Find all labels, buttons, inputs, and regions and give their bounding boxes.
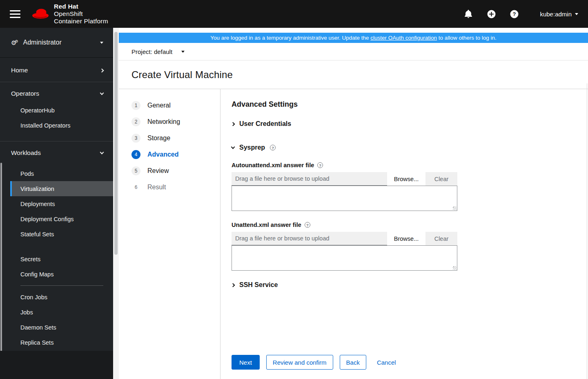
svg-text:?: ? <box>512 11 516 17</box>
sysprep-expandable[interactable]: Sysprep ? <box>232 144 588 151</box>
wizard-step-result: 6 Result <box>131 179 220 195</box>
login-info-banner: You are logged in as a temporary adminis… <box>119 33 588 43</box>
sidebar-item-jobs[interactable]: Jobs <box>0 305 113 320</box>
chevron-right-icon <box>100 68 104 72</box>
sidebar-item-virtualization[interactable]: Virtualization <box>10 181 113 196</box>
wizard-step-advanced[interactable]: 4 Advanced <box>131 146 220 163</box>
wizard-footer: Next Review and confirm Back Cancel <box>232 355 400 370</box>
autounattend-dropzone[interactable]: Drag a file here or browse to upload <box>232 172 387 186</box>
resize-grip-icon[interactable] <box>453 266 457 270</box>
sysprep-help-icon[interactable]: ? <box>270 145 276 150</box>
help-question-circle-icon[interactable]: ? <box>510 9 519 18</box>
sidebar-item-installed-operators[interactable]: Installed Operators <box>0 118 113 133</box>
autounattend-textarea[interactable] <box>232 186 457 211</box>
divider <box>0 82 113 82</box>
chevron-down-icon <box>231 145 235 149</box>
autounattend-help-icon[interactable]: ? <box>317 162 323 168</box>
unattend-textarea[interactable] <box>232 245 457 271</box>
chevron-right-icon <box>231 283 235 287</box>
divider <box>20 285 103 286</box>
redhat-fedora-icon <box>31 7 50 21</box>
cancel-button[interactable]: Cancel <box>373 355 400 370</box>
sidebar-nav: ⚙⚙ Administrator Home Operators Operator… <box>0 28 113 379</box>
unattend-browse-button[interactable]: Browse... <box>387 232 425 245</box>
add-plus-circle-icon[interactable] <box>487 9 496 18</box>
sidebar-item-pods[interactable]: Pods <box>0 166 113 181</box>
back-button[interactable]: Back <box>340 355 366 370</box>
sidebar-item-config-maps[interactable]: Config Maps <box>0 267 113 282</box>
wizard-step-review[interactable]: 5 Review <box>131 163 220 179</box>
sidebar-item-deployment-configs[interactable]: Deployment Configs <box>0 211 113 227</box>
chevron-down-icon <box>100 150 104 155</box>
cogs-icon: ⚙⚙ <box>11 40 18 46</box>
unattend-field-label: Unattend.xml answer file ? <box>232 222 588 228</box>
sidebar-footer-area <box>0 351 113 379</box>
app-launcher-icon[interactable] <box>441 9 450 18</box>
content-scrollbar-track <box>113 28 119 379</box>
wizard-step-storage[interactable]: 3 Storage <box>131 130 220 146</box>
user-menu[interactable]: kube:admin <box>540 11 578 18</box>
wizard-step-networking[interactable]: 2 Networking <box>131 114 220 130</box>
unattend-clear-button[interactable]: Clear <box>425 232 457 245</box>
unattend-dropzone[interactable]: Drag a file here or browse to upload <box>232 232 387 245</box>
wizard-steps-nav: 1 General 2 Networking 3 Storage 4 Advan… <box>119 89 220 379</box>
sidebar-item-daemon-sets[interactable]: Daemon Sets <box>0 320 113 335</box>
project-bar: Project: default <box>119 43 588 61</box>
sidebar-item-deployments[interactable]: Deployments <box>0 196 113 211</box>
wizard-step-content: Advanced Settings User Credentials Syspr… <box>220 89 588 379</box>
chevron-down-icon[interactable] <box>181 51 185 53</box>
unattend-help-icon[interactable]: ? <box>305 222 310 228</box>
autounattend-field-label: Autounattend.xml answer file ? <box>232 162 588 168</box>
sidebar-item-home[interactable]: Home <box>0 61 113 79</box>
divider <box>0 141 113 141</box>
project-value[interactable]: default <box>154 48 172 55</box>
project-label: Project: <box>131 48 152 55</box>
next-button[interactable]: Next <box>232 355 260 370</box>
wizard-step-general[interactable]: 1 General <box>131 97 220 114</box>
chevron-down-icon <box>575 13 578 15</box>
title-bar: Create Virtual Machine <box>119 61 588 89</box>
chevron-down-icon <box>100 42 103 44</box>
sidebar-item-stateful-sets[interactable]: Stateful Sets <box>0 227 113 242</box>
autounattend-clear-button[interactable]: Clear <box>425 172 457 186</box>
resize-grip-icon[interactable] <box>453 206 457 210</box>
page-title: Create Virtual Machine <box>131 69 233 81</box>
main-content: You are logged in as a temporary adminis… <box>119 28 588 379</box>
autounattend-file-upload: Drag a file here or browse to upload Bro… <box>232 172 457 211</box>
sidebar-item-secrets[interactable]: Secrets <box>0 251 113 267</box>
autounattend-browse-button[interactable]: Browse... <box>387 172 425 186</box>
ssh-service-expandable[interactable]: SSH Service <box>232 281 588 289</box>
brand-logo: Red Hat OpenShift Container Platform <box>31 3 108 25</box>
user-credentials-expandable[interactable]: User Credentials <box>232 120 588 128</box>
sidebar-item-cron-jobs[interactable]: Cron Jobs <box>0 289 113 305</box>
perspective-switcher[interactable]: ⚙⚙ Administrator <box>0 28 113 58</box>
sidebar-section-workloads[interactable]: Workloads <box>0 144 113 162</box>
nav-toggle-hamburger-icon[interactable] <box>10 10 20 18</box>
perspective-label: Administrator <box>23 39 62 46</box>
chevron-right-icon <box>231 122 235 126</box>
sidebar-item-replica-sets[interactable]: Replica Sets <box>0 335 113 350</box>
brand-text: Red Hat OpenShift Container Platform <box>54 3 108 25</box>
unattend-file-upload: Drag a file here or browse to upload Bro… <box>232 232 457 271</box>
notifications-bell-icon[interactable] <box>464 9 473 18</box>
review-and-confirm-button[interactable]: Review and confirm <box>266 355 333 370</box>
sidebar-section-operators[interactable]: Operators <box>0 85 113 103</box>
masthead: Red Hat OpenShift Container Platform ? k… <box>0 0 588 28</box>
chevron-down-icon <box>100 91 104 95</box>
cluster-oauth-configuration-link[interactable]: cluster OAuth configuration <box>370 35 437 41</box>
sidebar-item-operatorhub[interactable]: OperatorHub <box>0 103 113 118</box>
content-scrollbar-thumb[interactable] <box>114 32 118 255</box>
advanced-settings-heading: Advanced Settings <box>232 100 588 109</box>
user-name: kube:admin <box>540 11 572 18</box>
